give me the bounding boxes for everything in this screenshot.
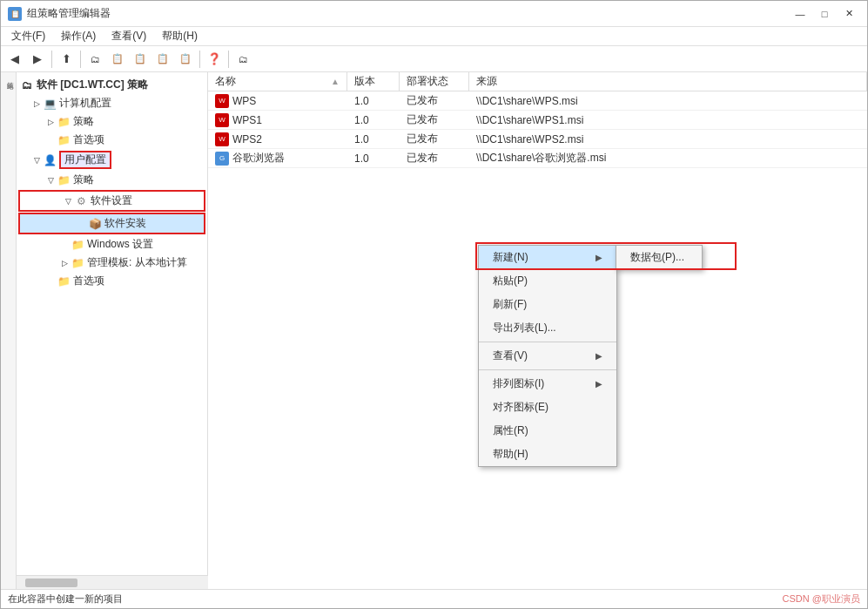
gear-folder-icon: ⚙ (74, 194, 88, 208)
ctx-refresh[interactable]: 刷新(F) (479, 293, 616, 316)
toolbar-sep1 (51, 51, 52, 68)
ctx-help[interactable]: 帮助(H) (479, 443, 616, 466)
maximize-button[interactable]: □ (813, 4, 836, 24)
tree-software-settings[interactable]: ▽ ⚙ 软件设置 (18, 190, 205, 212)
tree-user-label: 用户配置 (59, 151, 111, 169)
cell-status-2: 已发布 (400, 130, 469, 148)
expander-software[interactable]: ▽ (62, 195, 74, 207)
cell-source-3: \\DC1\share\谷歌浏览器.msi (469, 149, 867, 167)
window-title: 组策略管理编辑器 (27, 6, 111, 21)
tree-admin-templates[interactable]: ▷ 📁 管理模板: 从本地计算 (17, 254, 207, 272)
list-item[interactable]: W WPS 1.0 已发布 \\DC1\share\WPS.msi (208, 91, 867, 111)
col-header-source: 来源 (469, 72, 867, 91)
tree-computer-policy[interactable]: ▷ 📁 策略 (17, 112, 207, 131)
minimize-button[interactable]: — (789, 4, 811, 24)
tree-user-pref-label: 首选项 (73, 274, 104, 288)
list-item[interactable]: W WPS1 1.0 已发布 \\DC1\share\WPS1.msi (208, 111, 867, 130)
ctx-sep2 (479, 369, 616, 370)
expander-computer-policy[interactable]: ▷ (44, 116, 57, 128)
user-icon: 👤 (43, 153, 57, 167)
expander-user[interactable]: ▽ (30, 154, 43, 166)
computer-icon: 💻 (43, 97, 57, 111)
app-icon-wps2: W (215, 132, 229, 146)
folder-icon-5: 📁 (71, 256, 84, 270)
tree-scroll: 🗂 软件 [DC1.WT.CC] 策略 ▷ 💻 计算机配置 ▷ 📁 策略 (17, 72, 208, 575)
ctx-arrange[interactable]: 排列图标(I) ▶ (479, 372, 616, 396)
ctx-properties[interactable]: 属性(R) (479, 419, 616, 443)
close-button[interactable]: ✕ (838, 4, 860, 24)
cell-source-1: \\DC1\share\WPS1.msi (469, 112, 867, 128)
ctx-export[interactable]: 导出列表(L)... (479, 316, 616, 340)
tree-admin-label: 管理模板: 从本地计算 (87, 255, 187, 270)
cell-name-2: W WPS2 (208, 131, 347, 148)
list-item[interactable]: W WPS2 1.0 已发布 \\DC1\share\WPS2.msi (208, 130, 867, 149)
list-item[interactable]: G 谷歌浏览器 1.0 已发布 \\DC1\share\谷歌浏览器.msi (208, 149, 867, 168)
cell-source-2: \\DC1\share\WPS2.msi (469, 132, 867, 147)
status-bar: 在此容器中创建一新的项目 CSDN @职业演员 (1, 589, 867, 608)
tree-user-config[interactable]: ▽ 👤 用户配置 (17, 149, 207, 171)
expander-admin[interactable]: ▷ (58, 257, 71, 269)
menu-view[interactable]: 查看(V) (104, 27, 153, 45)
app-icon-chrome: G (215, 152, 229, 166)
tree-root[interactable]: 🗂 软件 [DC1.WT.CC] 策略 (17, 76, 207, 94)
ctx-new[interactable]: 新建(N) ▶ (479, 246, 616, 269)
context-menu: 新建(N) ▶ 粘贴(P) 刷新(F) 导出列表(L)... 查看(V) ▶ (478, 245, 617, 467)
cell-source-0: \\DC1\share\WPS.msi (469, 93, 867, 109)
cell-name-1: W WPS1 (208, 112, 347, 129)
tree-computer-pref-label: 首选项 (73, 132, 104, 147)
list-header: 名称 ▲ 版本 部署状态 来源 (208, 72, 867, 91)
root-icon: 🗂 (20, 78, 34, 92)
tree-windows-settings[interactable]: ▷ 📁 Windows 设置 (17, 235, 207, 254)
tree-windows-settings-label: Windows 设置 (87, 237, 153, 252)
expander-user-policy[interactable]: ▽ (44, 174, 57, 186)
ctx-paste[interactable]: 粘贴(P) (479, 269, 616, 293)
folder-icon-1: 📁 (57, 115, 71, 129)
status-text: 在此容器中创建一新的项目 (8, 592, 123, 606)
watermark: CSDN @职业演员 (783, 592, 860, 606)
toolbar-folder[interactable]: 🗂 (232, 49, 253, 70)
tree-hscroll-thumb (25, 579, 77, 587)
sidebar-strip: 策 略 (1, 72, 17, 589)
toolbar-back[interactable]: ◀ (4, 49, 25, 70)
menu-file[interactable]: 文件(F) (4, 27, 52, 45)
title-controls: — □ ✕ (789, 4, 860, 24)
submenu-new: 数据包(P)... (616, 245, 703, 270)
cell-ver-2: 1.0 (347, 132, 400, 147)
toolbar-show-tree[interactable]: 🗂 (84, 49, 105, 70)
ctx-view[interactable]: 查看(V) ▶ (479, 344, 616, 368)
ctx-arrange-arrow: ▶ (595, 379, 602, 389)
tree-user-policy[interactable]: ▽ 📁 策略 (17, 171, 207, 189)
tree-computer-policy-label: 策略 (73, 114, 94, 129)
tree-software-install-label: 软件安装 (104, 216, 146, 231)
tree-computer-config[interactable]: ▷ 💻 计算机配置 (17, 94, 207, 112)
ctx-sep1 (479, 342, 616, 342)
ctx-align[interactable]: 对齐图标(E) (479, 396, 616, 419)
tree-root-label: 软件 [DC1.WT.CC] 策略 (37, 78, 148, 92)
tree-user-pref[interactable]: ▷ 📁 首选项 (17, 272, 207, 290)
submenu-package[interactable]: 数据包(P)... (616, 246, 702, 269)
tree-hscroll[interactable] (17, 575, 208, 589)
content-panel: 名称 ▲ 版本 部署状态 来源 W WPS 1.0 已发布 \\DC1\shar… (208, 72, 867, 589)
menu-action[interactable]: 操作(A) (54, 27, 103, 45)
toolbar-help[interactable]: ❓ (204, 49, 225, 70)
cell-ver-3: 1.0 (347, 151, 400, 166)
ctx-view-arrow: ▶ (595, 351, 602, 361)
col-header-status: 部署状态 (400, 72, 469, 91)
toolbar-btn3[interactable]: 📋 (107, 49, 128, 70)
toolbar-btn5[interactable]: 📋 (152, 49, 173, 70)
menu-bar: 文件(F) 操作(A) 查看(V) 帮助(H) (1, 27, 867, 46)
tree-computer-pref[interactable]: ▷ 📁 首选项 (17, 131, 207, 149)
toolbar-up[interactable]: ⬆ (56, 49, 77, 70)
tree-panel-container: 🗂 软件 [DC1.WT.CC] 策略 ▷ 💻 计算机配置 ▷ 📁 策略 (17, 72, 208, 589)
tree-software-install[interactable]: ▷ 📦 软件安装 (18, 213, 205, 234)
col-header-version: 版本 (347, 72, 400, 91)
toolbar-btn4[interactable]: 📋 (130, 49, 151, 70)
toolbar-forward[interactable]: ▶ (27, 49, 48, 70)
expander-computer[interactable]: ▷ (30, 98, 43, 110)
app-icon-wps: W (215, 94, 229, 108)
menu-help[interactable]: 帮助(H) (155, 27, 205, 45)
software-install-icon: 📦 (88, 217, 102, 231)
toolbar-btn6[interactable]: 📋 (175, 49, 196, 70)
col-header-name: 名称 ▲ (208, 72, 347, 91)
cell-status-1: 已发布 (400, 111, 469, 129)
